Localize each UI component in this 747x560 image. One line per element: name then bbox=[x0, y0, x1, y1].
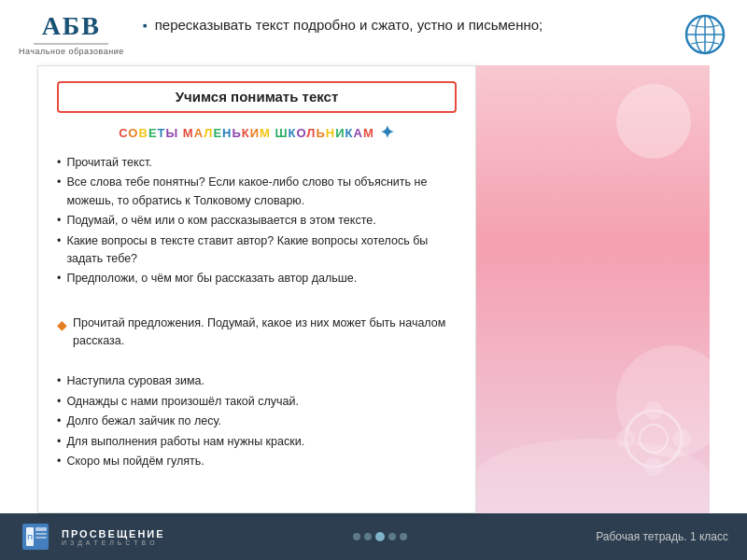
bottom-dot-4: • bbox=[57, 433, 61, 451]
logo-text: АБВ bbox=[42, 11, 101, 41]
right-panel bbox=[476, 65, 710, 513]
svg-rect-13 bbox=[35, 533, 47, 535]
bullet-line-4: • Какие вопросы в тексте ставит автор? К… bbox=[57, 232, 457, 269]
footer-brand-sub: И З Д А Т Е Л Ь С Т В О bbox=[62, 539, 165, 546]
diamond-text: Прочитай предложения. Подумай, какое из … bbox=[73, 315, 457, 351]
svg-rect-12 bbox=[35, 527, 47, 531]
footer-dot-2 bbox=[364, 533, 372, 540]
svg-text:П: П bbox=[27, 533, 33, 541]
svg-point-5 bbox=[640, 425, 668, 453]
logo-line bbox=[34, 43, 108, 45]
bottom-dot-5: • bbox=[57, 453, 61, 470]
globe-icon bbox=[684, 14, 726, 55]
bullet-line-5: • Предположи, о чём мог бы рассказать ав… bbox=[57, 270, 457, 287]
header-logo-right bbox=[682, 11, 728, 58]
header-content: ▪ пересказывать текст подробно и сжато, … bbox=[143, 11, 682, 35]
bullet-dot-3: • bbox=[57, 212, 61, 230]
header: АБВ Начальное образование ▪ пересказыват… bbox=[0, 0, 747, 65]
logo-area: АБВ Начальное образование bbox=[19, 11, 124, 56]
bottom-text-2: Однажды с нами произошёл такой случай. bbox=[66, 393, 299, 411]
footer-logo-area: П ПРОСВЕЩЕНИЕ И З Д А Т Е Л Ь С Т В О bbox=[19, 520, 165, 553]
svg-point-7 bbox=[644, 457, 663, 476]
bottom-bullet-3: • Долго бежал зайчик по лесу. bbox=[57, 413, 457, 430]
star-icon: ✦ bbox=[380, 122, 395, 143]
footer-dot-3 bbox=[375, 532, 385, 541]
bullet-text-4: Какие вопросы в тексте ставит автор? Как… bbox=[66, 232, 457, 269]
bottom-text-3: Долго бежал зайчик по лесу. bbox=[66, 413, 220, 430]
bullet-line-2: • Все слова тебе понятны? Если какое-либ… bbox=[57, 174, 457, 210]
colored-subtitle-text: СОВЕТЫ МАЛЕНЬКИМ ШКОЛЬНИКАМ bbox=[119, 125, 374, 140]
slide: АБВ Начальное образование ▪ пересказыват… bbox=[0, 0, 747, 560]
footer-brand-name: ПРОСВЕЩЕНИЕ bbox=[62, 528, 165, 539]
deco-swirl bbox=[607, 392, 700, 485]
svg-point-9 bbox=[672, 429, 691, 448]
footer-book-icon: П bbox=[19, 520, 52, 553]
logo-subtitle: Начальное образование bbox=[19, 47, 124, 56]
header-bullet-icon: ▪ bbox=[143, 17, 148, 35]
book-title-box: Учимся понимать текст bbox=[57, 81, 457, 113]
footer: П ПРОСВЕЩЕНИЕ И З Д А Т Е Л Ь С Т В О Ра… bbox=[0, 513, 747, 560]
bullet-text-2: Все слова тебе понятны? Если какое-либо … bbox=[66, 174, 457, 210]
bottom-bullet-2: • Однажды с нами произошёл такой случай. bbox=[57, 393, 457, 411]
deco-circle-1 bbox=[616, 84, 691, 159]
colored-subtitle: СОВЕТЫ МАЛЕНЬКИМ ШКОЛЬНИКАМ ✦ bbox=[57, 122, 457, 143]
svg-point-8 bbox=[616, 429, 635, 448]
bottom-bullet-4: • Для выполнения работы нам нужны краски… bbox=[57, 433, 457, 451]
svg-point-6 bbox=[644, 401, 663, 420]
diamond-bullet: ◆ Прочитай предложения. Подумай, какое и… bbox=[57, 315, 457, 351]
bottom-text-5: Скоро мы пойдём гулять. bbox=[66, 453, 204, 470]
bullet-text-5: Предположи, о чём мог бы рассказать авто… bbox=[66, 270, 357, 287]
book-title-text: Учимся понимать текст bbox=[176, 89, 339, 105]
bottom-dot-1: • bbox=[57, 372, 61, 390]
header-bullet: ▪ пересказывать текст подробно и сжато, … bbox=[143, 15, 682, 35]
footer-brand: ПРОСВЕЩЕНИЕ И З Д А Т Е Л Ь С Т В О bbox=[62, 528, 165, 546]
bottom-text-1: Наступила суровая зима. bbox=[66, 372, 204, 390]
bullet-dot-1: • bbox=[57, 154, 61, 172]
header-bullet-text: пересказывать текст подробно и сжато, ус… bbox=[155, 15, 543, 35]
svg-rect-14 bbox=[35, 537, 47, 539]
bullet-line-3: • Подумай, о чём или о ком рассказываетс… bbox=[57, 212, 457, 230]
book-body: • Прочитай текст. • Все слова тебе понят… bbox=[57, 154, 457, 470]
bullet-dot-5: • bbox=[57, 270, 61, 287]
bottom-text-4: Для выполнения работы нам нужны краски. bbox=[66, 433, 304, 451]
section-divider-2 bbox=[57, 359, 457, 363]
section-divider bbox=[57, 298, 457, 305]
bullet-text-1: Прочитай текст. bbox=[66, 154, 151, 172]
diamond-icon: ◆ bbox=[57, 315, 67, 336]
bullet-line-1: • Прочитай текст. bbox=[57, 154, 457, 172]
footer-dot-1 bbox=[353, 533, 360, 540]
bottom-dot-2: • bbox=[57, 393, 61, 411]
book-card: Учимся понимать текст СОВЕТЫ МАЛЕНЬКИМ Ш… bbox=[37, 65, 476, 513]
bottom-bullet-5: • Скоро мы пойдём гулять. bbox=[57, 453, 457, 470]
main-content: Учимся понимать текст СОВЕТЫ МАЛЕНЬКИМ Ш… bbox=[0, 65, 747, 513]
bottom-dot-3: • bbox=[57, 413, 61, 430]
footer-dot-5 bbox=[400, 533, 407, 540]
bullet-dot-4: • bbox=[57, 232, 61, 250]
bullet-text-3: Подумай, о чём или о ком рассказывается … bbox=[66, 212, 375, 230]
bottom-bullet-1: • Наступила суровая зима. bbox=[57, 372, 457, 390]
footer-right-text: Рабочая тетрадь. 1 класс bbox=[596, 530, 728, 543]
footer-dot-4 bbox=[388, 533, 396, 540]
bullet-dot-2: • bbox=[57, 174, 61, 191]
footer-dots bbox=[353, 532, 407, 541]
